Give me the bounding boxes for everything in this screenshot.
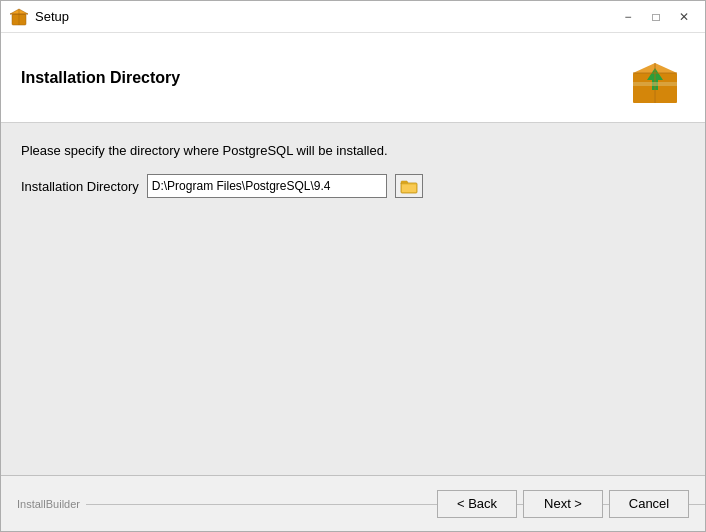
back-button[interactable]: < Back — [437, 490, 517, 518]
browse-button[interactable] — [395, 174, 423, 198]
setup-window: Setup − □ ✕ Installation Directory — [0, 0, 706, 532]
minimize-button[interactable]: − — [615, 6, 641, 28]
title-bar: Setup − □ ✕ — [1, 1, 705, 33]
window-controls: − □ ✕ — [615, 6, 697, 28]
header-section: Installation Directory — [1, 33, 705, 123]
next-button[interactable]: Next > — [523, 490, 603, 518]
directory-input[interactable] — [147, 174, 387, 198]
footer-section: InstallBuilder < Back Next > Cancel — [1, 475, 705, 531]
installbuilder-label: InstallBuilder — [17, 498, 80, 510]
header-icon — [625, 48, 685, 108]
cancel-button[interactable]: Cancel — [609, 490, 689, 518]
footer-buttons: < Back Next > Cancel — [437, 490, 689, 518]
close-button[interactable]: ✕ — [671, 6, 697, 28]
app-icon — [9, 7, 29, 27]
content-area: Please specify the directory where Postg… — [1, 123, 705, 475]
window-title: Setup — [35, 9, 615, 24]
maximize-button[interactable]: □ — [643, 6, 669, 28]
directory-label: Installation Directory — [21, 179, 139, 194]
directory-form-row: Installation Directory — [21, 174, 685, 198]
svg-rect-10 — [633, 82, 677, 86]
description-text: Please specify the directory where Postg… — [21, 143, 685, 158]
page-title: Installation Directory — [21, 69, 180, 87]
svg-rect-12 — [402, 185, 416, 192]
